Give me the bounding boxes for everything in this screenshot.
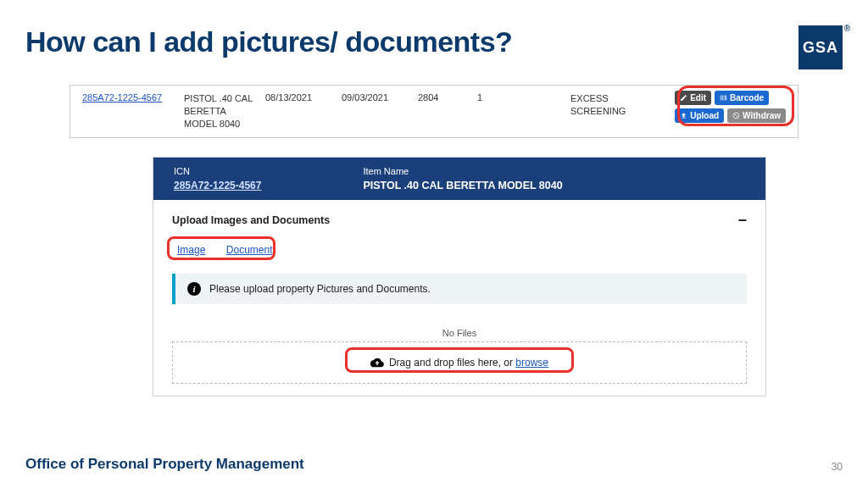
tab-document[interactable]: Document [221,244,273,256]
withdraw-button[interactable]: Withdraw [727,108,786,123]
upload-section-title: Upload Images and Documents [172,214,330,226]
action-buttons: Edit Barcode Upload Withdraw [670,89,791,125]
barcode-label: Barcode [730,93,764,103]
info-icon: i [187,282,201,296]
panel-item-name: PISTOL .40 CAL BERETTA MODEL 8040 [363,180,562,191]
date-surplus: 09/03/2021 [337,91,413,104]
page-number: 30 [832,461,843,473]
info-message-text: Please upload property Pictures and Docu… [209,283,431,295]
upload-button[interactable]: Upload [675,108,724,123]
file-dropzone[interactable]: Drag and drop files here, or browse [172,341,747,384]
cloud-upload-icon [370,356,384,369]
collapse-icon[interactable]: − [737,212,747,230]
withdraw-label: Withdraw [743,111,781,120]
barcode-icon [720,94,727,102]
barcode-button[interactable]: Barcode [715,91,769,105]
property-row: 285A72-1225-4567 PISTOL .40 CAL BERETTA … [70,85,798,138]
item-description: PISTOL .40 CAL BERETTA MODEL 8040 [179,91,260,132]
pencil-icon [680,94,687,102]
svg-line-1 [734,114,738,118]
tab-image[interactable]: Image [172,244,205,256]
fsc-code: 2804 [413,91,472,104]
edit-button[interactable]: Edit [675,91,711,105]
icn-header-label: ICN [174,166,261,176]
gsa-logo: GSA [798,25,843,69]
footer-office-name: Office of Personal Property Management [25,456,304,473]
quantity: 1 [472,91,523,104]
info-message-bar: i Please upload property Pictures and Do… [172,274,747,304]
panel-icn-link[interactable]: 285A72-1225-4567 [174,180,261,191]
dropzone-text: Drag and drop files here, or [389,357,515,369]
upload-label: Upload [690,111,719,120]
status: EXCESS SCREENING [565,91,647,119]
no-files-label: No Files [172,328,747,338]
withdraw-icon [732,112,740,119]
upload-icon [680,112,687,119]
page-title: How can I add pictures/ documents? [25,25,512,58]
item-name-header-label: Item Name [363,166,562,176]
date-reported: 08/13/2021 [260,91,337,104]
panel-header: ICN 285A72-1225-4567 Item Name PISTOL .4… [153,158,765,200]
browse-link[interactable]: browse [515,357,548,369]
icn-link[interactable]: 285A72-1225-4567 [82,92,162,103]
upload-panel: ICN 285A72-1225-4567 Item Name PISTOL .4… [153,157,766,396]
edit-label: Edit [690,93,706,103]
